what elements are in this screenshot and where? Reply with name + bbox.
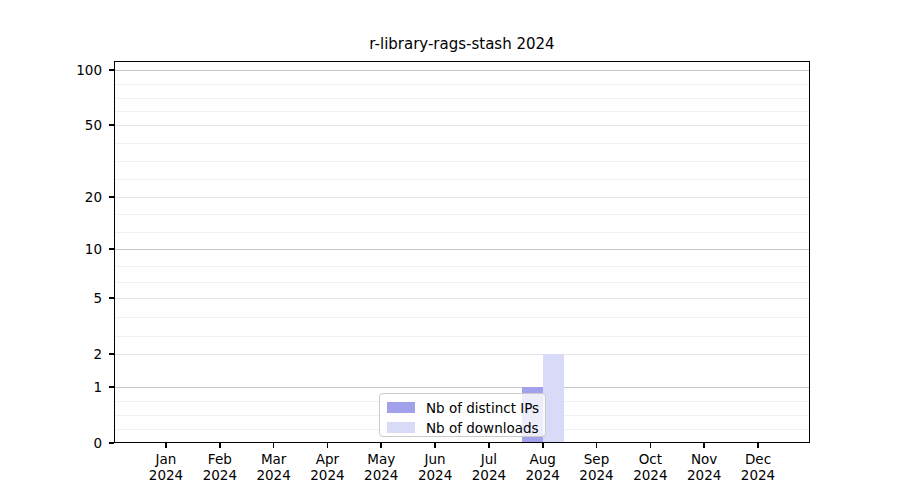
x-axis-tick	[596, 443, 598, 448]
x-axis-tick	[273, 443, 275, 448]
y-tick-label: 20	[58, 189, 102, 205]
gridline-y-50	[114, 125, 810, 126]
x-tick-year: 2024	[300, 468, 354, 484]
gridline-y-2	[114, 354, 810, 355]
x-tick-year: 2024	[623, 468, 677, 484]
legend-label-distinct-ips: Nb of distinct IPs	[426, 400, 539, 416]
legend-swatch-downloads	[387, 422, 415, 433]
x-axis-tick	[165, 443, 167, 448]
x-tick-year: 2024	[570, 468, 624, 484]
x-tick-label: Nov2024	[677, 452, 731, 483]
x-axis-tick	[650, 443, 652, 448]
chart-figure: r-library-rags-stash 2024 Nb of distinct…	[0, 0, 900, 500]
y-axis-tick	[109, 196, 114, 198]
y-tick-label: 10	[58, 241, 102, 257]
x-tick-month: Nov	[677, 452, 731, 468]
gridline-minor	[114, 282, 810, 283]
x-tick-year: 2024	[462, 468, 516, 484]
legend-label-downloads: Nb of downloads	[426, 420, 539, 436]
x-tick-month: Oct	[623, 452, 677, 468]
gridline-minor	[114, 179, 810, 180]
plot-area	[114, 61, 810, 443]
x-tick-label: Apr2024	[300, 452, 354, 483]
x-axis-tick	[542, 443, 544, 448]
gridline-y-20	[114, 197, 810, 198]
gridline-minor	[114, 266, 810, 267]
x-tick-year: 2024	[354, 468, 408, 484]
x-axis-tick	[380, 443, 382, 448]
y-tick-label: 0	[58, 435, 102, 451]
x-tick-month: Apr	[300, 452, 354, 468]
x-tick-label: Jul2024	[462, 452, 516, 483]
gridline-minor	[114, 232, 810, 233]
y-axis-tick	[109, 124, 114, 126]
x-tick-month: May	[354, 452, 408, 468]
y-tick-label: 2	[58, 346, 102, 362]
y-tick-label: 5	[58, 290, 102, 306]
x-tick-month: Sep	[570, 452, 624, 468]
x-tick-label: May2024	[354, 452, 408, 483]
x-tick-label: Dec2024	[731, 452, 785, 483]
gridline-minor	[114, 317, 810, 318]
y-axis-tick	[109, 69, 114, 71]
y-tick-label: 100	[58, 62, 102, 78]
gridline-minor	[114, 214, 810, 215]
gridline-y-100	[114, 70, 810, 71]
x-tick-label: Jan2024	[139, 452, 193, 483]
y-tick-label: 50	[58, 117, 102, 133]
x-tick-year: 2024	[677, 468, 731, 484]
x-axis-tick	[434, 443, 436, 448]
legend: Nb of distinct IPs Nb of downloads	[379, 393, 546, 437]
x-tick-month: Jun	[408, 452, 462, 468]
y-axis-tick	[109, 386, 114, 388]
x-tick-label: Aug2024	[516, 452, 570, 483]
gridline-y-10	[114, 249, 810, 250]
x-tick-label: Oct2024	[623, 452, 677, 483]
x-axis-tick	[703, 443, 705, 448]
y-axis-tick	[109, 442, 114, 444]
gridline-y-1	[114, 387, 810, 388]
x-tick-year: 2024	[193, 468, 247, 484]
x-tick-label: Jun2024	[408, 452, 462, 483]
gridline-minor	[114, 84, 810, 85]
gridline-minor	[114, 111, 810, 112]
x-tick-label: Feb2024	[193, 452, 247, 483]
x-tick-year: 2024	[731, 468, 785, 484]
y-axis-tick	[109, 353, 114, 355]
y-tick-label: 1	[58, 379, 102, 395]
x-axis-tick	[327, 443, 329, 448]
x-axis-tick	[757, 443, 759, 448]
x-tick-year: 2024	[516, 468, 570, 484]
legend-swatch-distinct-ips	[387, 402, 415, 413]
x-tick-month: Aug	[516, 452, 570, 468]
x-tick-month: Dec	[731, 452, 785, 468]
x-tick-month: Jul	[462, 452, 516, 468]
x-tick-year: 2024	[139, 468, 193, 484]
x-tick-label: Sep2024	[570, 452, 624, 483]
gridline-y-5	[114, 298, 810, 299]
x-axis-tick	[488, 443, 490, 448]
legend-item-distinct-ips: Nb of distinct IPs	[387, 399, 539, 416]
x-tick-year: 2024	[247, 468, 301, 484]
y-axis-tick	[109, 297, 114, 299]
x-axis-tick	[219, 443, 221, 448]
chart-title: r-library-rags-stash 2024	[114, 35, 810, 53]
x-tick-year: 2024	[408, 468, 462, 484]
x-tick-label: Mar2024	[247, 452, 301, 483]
gridline-minor	[114, 161, 810, 162]
legend-item-downloads: Nb of downloads	[387, 419, 539, 436]
x-tick-month: Jan	[139, 452, 193, 468]
gridline-minor	[114, 336, 810, 337]
gridline-minor	[114, 98, 810, 99]
y-axis-tick	[109, 248, 114, 250]
x-tick-month: Feb	[193, 452, 247, 468]
x-tick-month: Mar	[247, 452, 301, 468]
gridline-minor	[114, 143, 810, 144]
